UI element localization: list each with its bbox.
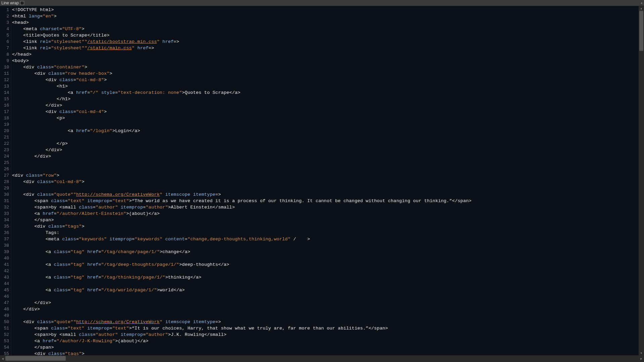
line-wrap-label: Line wrap (1, 1, 19, 5)
horizontal-scrollbar[interactable]: ◀ ▶ (0, 355, 644, 362)
scroll-up-arrow-icon[interactable]: ▲ (639, 6, 644, 11)
code-content[interactable]: <!DOCTYPE html><html lang="en"><head> <m… (11, 6, 644, 355)
line-number-gutter: 1234567891011121314151617181920212223242… (0, 6, 11, 355)
line-wrap-checkbox[interactable] (20, 1, 24, 5)
horizontal-scroll-thumb[interactable] (5, 356, 66, 361)
scroll-down-arrow-icon[interactable]: ▼ (639, 351, 644, 355)
vertical-scrollbar[interactable]: ▲ ▼ (639, 6, 644, 355)
vertical-scroll-thumb[interactable] (639, 11, 643, 51)
scroll-right-arrow-icon[interactable]: ▶ (639, 355, 644, 362)
toolbar: Line wrap ▲ (0, 0, 644, 6)
scroll-left-arrow-icon[interactable]: ◀ (0, 355, 5, 362)
editor: 1234567891011121314151617181920212223242… (0, 6, 644, 355)
scroll-up-icon[interactable]: ▲ (639, 0, 644, 6)
